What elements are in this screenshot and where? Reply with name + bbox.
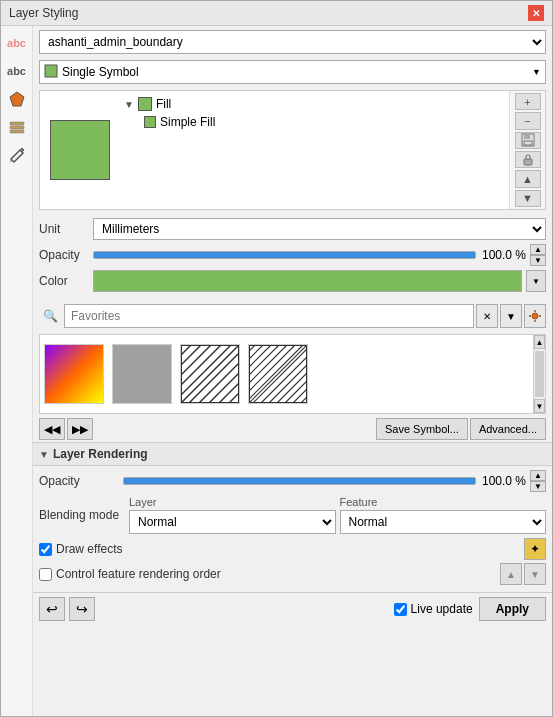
- gallery-nav-buttons: ◀◀ ▶▶ Save Symbol... Advanced...: [39, 418, 546, 440]
- section-title: Layer Rendering: [53, 447, 148, 461]
- order-down-btn[interactable]: ▼: [524, 563, 546, 585]
- sidebar-btn-abc1[interactable]: abc: [4, 30, 30, 56]
- layer-rendering-header[interactable]: ▼ Layer Rendering: [33, 442, 552, 466]
- gallery-item-gradient[interactable]: [44, 344, 104, 404]
- gallery-prev-btn[interactable]: ◀◀: [39, 418, 65, 440]
- lock-symbol-btn[interactable]: [515, 151, 541, 168]
- gallery-item-hatch1[interactable]: [180, 344, 240, 404]
- svg-rect-8: [524, 159, 532, 165]
- preview-box: [50, 120, 110, 180]
- window-title: Layer Styling: [9, 6, 78, 20]
- sidebar-btn-abc2[interactable]: abc: [4, 58, 30, 84]
- symbol-type-label: Single Symbol: [62, 65, 139, 79]
- opacity-up-btn[interactable]: ▲: [530, 244, 546, 255]
- order-up-btn[interactable]: ▲: [500, 563, 522, 585]
- feature-blend-select[interactable]: Normal: [340, 510, 547, 534]
- symbol-panel: ▼ Fill Simple Fill + −: [39, 90, 546, 210]
- gallery-spacer: [95, 418, 374, 440]
- blending-mode-label: Blending mode: [39, 508, 129, 522]
- order-buttons: ▲ ▼: [500, 563, 546, 585]
- sidebar-btn-polygon[interactable]: [4, 86, 30, 112]
- search-bar: 🔍 ✕ ▼: [39, 304, 546, 328]
- svg-rect-4: [45, 65, 57, 77]
- symbol-tools: + − ▲ ▼: [509, 91, 545, 209]
- up-symbol-btn[interactable]: ▲: [515, 170, 541, 187]
- draw-effects-checkbox[interactable]: [39, 543, 52, 556]
- control-rendering-checkbox[interactable]: [39, 568, 52, 581]
- render-opacity-label: Opacity: [39, 474, 119, 488]
- feature-blend-col: Feature Normal: [340, 496, 547, 534]
- layer-styling-window: Layer Styling ✕ abc abc: [0, 0, 553, 717]
- layer-blend-select[interactable]: Normal: [129, 510, 336, 534]
- undo-btn[interactable]: ↩: [39, 597, 65, 621]
- live-update-checkbox[interactable]: [394, 603, 407, 616]
- render-opacity-row: Opacity 100.0 % ▲ ▼: [39, 470, 546, 492]
- opacity-value: 100.0 %: [480, 248, 526, 262]
- apply-button[interactable]: Apply: [479, 597, 546, 621]
- symbol-dropdown-arrow: ▼: [532, 67, 541, 77]
- fill-tree-item[interactable]: ▼ Fill: [124, 95, 505, 113]
- gallery-next-btn[interactable]: ▶▶: [67, 418, 93, 440]
- gallery-advanced-btn[interactable]: Advanced...: [470, 418, 546, 440]
- color-swatch[interactable]: [93, 270, 522, 292]
- down-symbol-btn[interactable]: ▼: [515, 190, 541, 207]
- color-dropdown[interactable]: ▼: [526, 270, 546, 292]
- save-symbol-btn[interactable]: [515, 132, 541, 149]
- rendering-section: Opacity 100.0 % ▲ ▼ Blending mode: [33, 466, 552, 592]
- simple-fill-square-icon: [144, 116, 156, 128]
- main-content: abc abc: [1, 26, 552, 716]
- draw-effects-row: Draw effects ✦: [39, 538, 546, 560]
- feature-blend-label: Feature: [340, 496, 547, 508]
- blend-cols: Layer Normal Feature Normal: [129, 496, 546, 534]
- layer-select[interactable]: ashanti_admin_boundary: [39, 30, 546, 54]
- gray-swatch: [113, 345, 171, 403]
- render-opacity-up-btn[interactable]: ▲: [530, 470, 546, 481]
- search-settings-btn[interactable]: [524, 304, 546, 328]
- simple-fill-tree-item[interactable]: Simple Fill: [124, 113, 505, 131]
- symbol-icon: [44, 64, 58, 80]
- blending-mode-row: Blending mode Layer Normal Feature Norma…: [39, 496, 546, 534]
- scroll-up-btn[interactable]: ▲: [534, 335, 545, 349]
- remove-symbol-btn[interactable]: −: [515, 112, 541, 129]
- effects-btn[interactable]: ✦: [524, 538, 546, 560]
- render-opacity-value: 100.0 %: [480, 474, 526, 488]
- opacity-slider-container: 100.0 % ▲ ▼: [93, 244, 546, 266]
- footer: ↩ ↪ Live update Apply: [33, 592, 552, 625]
- gallery-browse-btn[interactable]: Save Symbol...: [376, 418, 468, 440]
- scroll-down-btn[interactable]: ▼: [534, 399, 545, 413]
- unit-select[interactable]: Millimeters: [93, 218, 546, 240]
- render-opacity-down-btn[interactable]: ▼: [530, 481, 546, 492]
- symbol-tree: ▼ Fill Simple Fill: [120, 91, 509, 209]
- opacity-slider[interactable]: [93, 251, 476, 259]
- render-slider-container: 100.0 % ▲ ▼: [123, 470, 546, 492]
- render-opacity-spin: ▲ ▼: [530, 470, 546, 492]
- opacity-down-btn[interactable]: ▼: [530, 255, 546, 266]
- sidebar-btn-edit[interactable]: [4, 142, 30, 168]
- fill-label: Fill: [156, 97, 171, 111]
- svg-rect-3: [10, 130, 24, 133]
- search-input[interactable]: [64, 304, 474, 328]
- symbol-gallery: ▲ ▼: [39, 334, 546, 414]
- tree-arrow: ▼: [124, 99, 134, 110]
- add-symbol-btn[interactable]: +: [515, 93, 541, 110]
- symbol-type-select[interactable]: Single Symbol ▼: [39, 60, 546, 84]
- live-update-label[interactable]: Live update: [394, 602, 473, 616]
- svg-rect-1: [10, 122, 24, 125]
- gallery-item-hatch2[interactable]: [248, 344, 308, 404]
- hatch2-svg: [249, 345, 307, 403]
- sidebar: abc abc: [1, 26, 33, 716]
- search-dropdown-btn[interactable]: ▼: [500, 304, 522, 328]
- search-clear-btn[interactable]: ✕: [476, 304, 498, 328]
- close-button[interactable]: ✕: [528, 5, 544, 21]
- fill-square-icon: [138, 97, 152, 111]
- control-rendering-label: Control feature rendering order: [56, 567, 221, 581]
- sidebar-btn-layers[interactable]: [4, 114, 30, 140]
- gradient-swatch: [45, 345, 103, 403]
- color-row: Color ▼: [39, 270, 546, 292]
- opacity-row: Opacity 100.0 % ▲ ▼: [39, 244, 546, 266]
- draw-effects-label: Draw effects: [56, 542, 122, 556]
- redo-btn[interactable]: ↪: [69, 597, 95, 621]
- gallery-item-gray[interactable]: [112, 344, 172, 404]
- render-opacity-slider[interactable]: [123, 477, 476, 485]
- symbol-preview: [40, 91, 120, 209]
